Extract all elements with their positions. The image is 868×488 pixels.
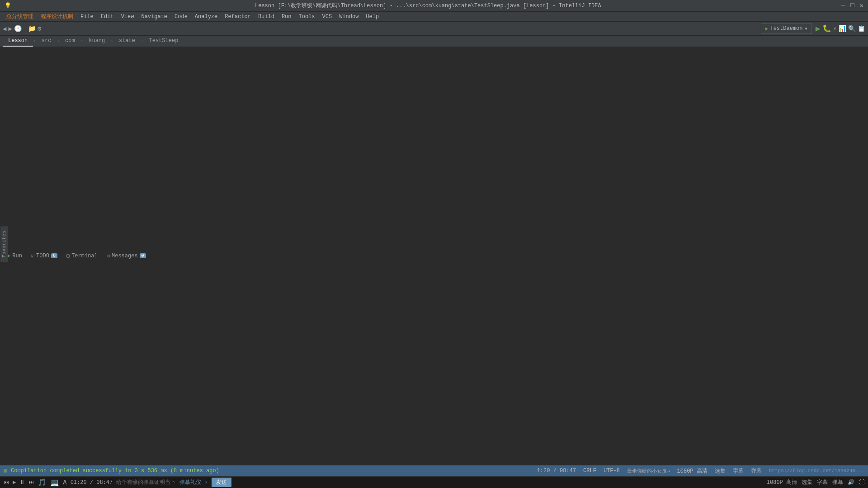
tab-src[interactable]: src (36, 36, 57, 47)
status-crlf: CRLF (583, 468, 596, 474)
nav-back-icon[interactable]: ◀ (3, 25, 6, 33)
status-subtitle: 字幕 (733, 467, 744, 475)
nav-tabs-bar: Lesson › src › com › kuang › state › Tes… (0, 36, 868, 47)
toolbar: ◀ ▶ 🕐 📁 ⚙ ▶ TestDaemon ▾ ▶ 🐛 ⚡ 📊 🔍 📋 (0, 22, 868, 36)
title-bar: 💡 Lesson [F:\教学班级\网课代码\Thread\Lesson] - … (0, 0, 868, 12)
run-button[interactable]: ▶ (816, 24, 821, 33)
toolbar-icon3[interactable]: 📊 (839, 25, 846, 33)
config-dropdown-icon: ▾ (804, 25, 807, 32)
debug-button[interactable]: 🐛 (822, 24, 831, 33)
app-icon: 💡 (5, 2, 11, 9)
bottom-tab-todo[interactable]: ☑ TODO 6 (27, 47, 62, 465)
bottom-tabs-bar: ▶ Run ☑ TODO 6 ▢ Terminal ✉ Messages 0 (0, 47, 868, 465)
taskbar-hd[interactable]: 1080P 高清 (767, 479, 797, 486)
toolbar-icon2[interactable]: ⚡ (833, 25, 837, 33)
taskbar: ⏮ ▶ ⏸ ⏭ 🎵 💻 A 01:20 / 08:47 给个有缘的弹幕证明当下 … (0, 476, 868, 488)
menu-item-build[interactable]: Build (255, 13, 278, 21)
tab-state[interactable]: state (113, 36, 141, 47)
tab-testsleep[interactable]: TestSleep (144, 36, 184, 47)
status-danmaku: 弹幕 (751, 467, 762, 475)
taskbar-icon3[interactable]: A (63, 479, 66, 486)
menu-item-prog[interactable]: 程序设计机制 (37, 12, 77, 21)
menu-item-manage[interactable]: 总分线管理 (3, 12, 37, 21)
minimize-btn[interactable]: ─ (841, 2, 845, 9)
menu-item-analyze[interactable]: Analyze (191, 13, 221, 21)
bottom-tab-terminal[interactable]: ▢ Terminal (62, 47, 102, 465)
menu-item-window[interactable]: Window (335, 13, 362, 21)
menu-item-navigate[interactable]: Navigate (137, 13, 171, 21)
taskbar-danmaku-etiquette[interactable]: 弹幕礼仪 › (179, 479, 208, 486)
status-resolution: 1080P 高清 (677, 467, 708, 475)
taskbar-stop-btn[interactable]: ⏸ (19, 479, 25, 486)
taskbar-chat-input: 给个有缘的弹幕证明当下 (116, 479, 176, 486)
taskbar-icon2[interactable]: 💻 (50, 478, 59, 487)
menu-item-refactor[interactable]: Refactor (221, 13, 255, 21)
title-text: Lesson [F:\教学班级\网课代码\Thread\Lesson] - ..… (15, 2, 841, 9)
menu-item-code[interactable]: Code (171, 13, 191, 21)
taskbar-danmaku2[interactable]: 弹幕 (832, 479, 843, 486)
taskbar-send-btn[interactable]: 发送 (212, 478, 231, 487)
taskbar-episodes[interactable]: 选集 (802, 479, 812, 486)
tab-lesson[interactable]: Lesson (3, 36, 33, 47)
toolbar-divider1 (45, 24, 45, 33)
taskbar-volume[interactable]: 🔊 (848, 479, 854, 486)
menu-item-vcs[interactable]: VCS (319, 13, 336, 21)
taskbar-subtitle[interactable]: 字幕 (817, 479, 828, 486)
menu-item-edit[interactable]: Edit (97, 13, 118, 21)
menu-item-file[interactable]: File (77, 13, 97, 21)
status-watermark: 最坐你研的小女孩⟶ (627, 468, 670, 474)
status-message: Compilation completed successfully in 3 … (11, 468, 219, 474)
toolbar-icon4[interactable]: 🔍 (848, 25, 856, 33)
nav-recent-icon[interactable]: 🕐 (14, 25, 22, 33)
taskbar-fullscreen[interactable]: ⛶ (859, 479, 864, 486)
status-right: 1:20 / 08:47 CRLF UTF-8 最坐你研的小女孩⟶ 1080P … (537, 467, 864, 475)
menu-item-run[interactable]: Run (278, 13, 295, 21)
status-indicator-icon (4, 469, 7, 473)
toolbar-icon5[interactable]: 📋 (858, 25, 865, 33)
bottom-tab-messages[interactable]: ✉ Messages 0 (102, 47, 151, 465)
menu-bar: 总分线管理 程序设计机制 File Edit View Navigate Cod… (0, 12, 868, 22)
menu-item-tools[interactable]: Tools (295, 13, 319, 21)
menu-item-view[interactable]: View (118, 13, 138, 21)
status-select: 选集 (715, 467, 726, 475)
tab-kuang[interactable]: kuang (83, 36, 110, 47)
config-icon: ▶ (765, 25, 768, 32)
taskbar-time: 01:20 / 08:47 (71, 479, 113, 486)
project-structure-icon[interactable]: 📁 (28, 25, 36, 33)
config-name: TestDaemon (770, 25, 802, 32)
settings-icon[interactable]: ⚙ (38, 25, 41, 33)
status-bar: Compilation completed successfully in 3 … (0, 465, 868, 476)
taskbar-icon1[interactable]: 🎵 (38, 478, 47, 487)
status-cursor-pos: 1:20 / 08:47 (537, 468, 576, 474)
taskbar-right: 1080P 高清 选集 字幕 弹幕 🔊 ⛶ (767, 479, 864, 486)
run-config-selector[interactable]: ▶ TestDaemon ▾ (761, 23, 811, 34)
taskbar-next-btn[interactable]: ⏭ (28, 479, 34, 486)
taskbar-play-btn[interactable]: ⏮ (4, 479, 9, 486)
maximize-btn[interactable]: □ (850, 2, 854, 9)
nav-forward-icon[interactable]: ▶ (8, 25, 12, 33)
status-url: https://blog.csdn.net/1336246... (769, 468, 864, 474)
tab-com[interactable]: com (60, 36, 80, 47)
taskbar-pause-btn[interactable]: ▶ (13, 479, 16, 486)
favorites-label[interactable]: Favorites (0, 226, 8, 262)
window-controls: ─ □ ✕ (841, 2, 863, 9)
menu-item-help[interactable]: Help (362, 13, 382, 21)
status-encoding: UTF-8 (604, 468, 620, 474)
left-side-labels: Favorites (0, 226, 10, 262)
close-btn[interactable]: ✕ (860, 2, 863, 9)
